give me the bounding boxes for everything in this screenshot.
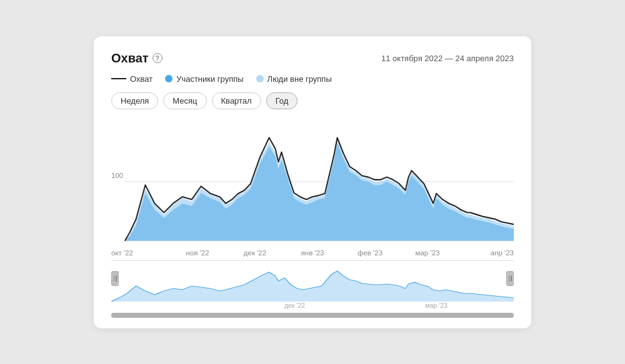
period-buttons: Неделя Месяц Квартал Год: [111, 92, 514, 109]
period-year[interactable]: Год: [266, 92, 298, 109]
y-axis-label-100: 100: [111, 172, 123, 179]
card-header: Охват ? 11 октября 2022 — 24 апреля 2023: [111, 51, 514, 66]
x-label-mar: мар '23: [399, 249, 456, 257]
analytics-card: Охват ? 11 октября 2022 — 24 апреля 2023…: [94, 36, 531, 328]
period-week[interactable]: Неделя: [111, 92, 158, 109]
handle-line: [116, 275, 117, 282]
mini-chart-svg: [111, 267, 514, 302]
mini-label-dec: дек '22: [284, 302, 305, 309]
legend-members-label: Участники группы: [176, 74, 243, 84]
legend-non-members-icon: [256, 75, 264, 82]
legend-row: Охват Участники группы Люди вне группы: [111, 74, 514, 84]
handle-line: [511, 275, 512, 282]
date-range: 11 октября 2022 — 24 апреля 2023: [381, 54, 514, 63]
x-label-dec: дек '22: [226, 249, 284, 257]
scrollbar-thumb[interactable]: [111, 313, 514, 318]
mini-label-mar: мар '23: [425, 302, 448, 309]
x-label-nov: ноя '22: [169, 249, 226, 257]
legend-members: Участники группы: [165, 74, 243, 84]
chart-divider: [111, 260, 514, 261]
help-icon[interactable]: ?: [152, 53, 162, 63]
mini-x-labels: дек '22 мар '23: [111, 302, 514, 310]
legend-non-members-label: Люди вне группы: [268, 74, 332, 84]
x-label-apr: апр '23: [456, 249, 514, 257]
scroll-handle-right[interactable]: [506, 271, 514, 286]
x-label-oct: окт '22: [111, 249, 169, 257]
x-axis-labels: окт '22 ноя '22 дек '22 янв '23 фев '23 …: [111, 247, 514, 257]
x-label-feb: фев '23: [341, 249, 399, 257]
scrollbar-track[interactable]: [111, 313, 514, 318]
handle-line: [509, 275, 510, 282]
card-title-group: Охват ?: [111, 51, 162, 66]
card-title: Охват: [111, 51, 149, 66]
period-quarter[interactable]: Квартал: [212, 92, 261, 109]
scroll-handle-left[interactable]: [111, 271, 119, 286]
legend-reach-label: Охват: [130, 74, 152, 84]
main-chart: 100: [111, 119, 514, 244]
mini-chart: дек '22 мар '23: [111, 267, 514, 311]
main-chart-svg: [111, 119, 514, 244]
svg-marker-4: [111, 271, 514, 302]
legend-reach-icon: [111, 78, 126, 80]
legend-members-icon: [165, 75, 172, 82]
x-label-jan: янв '23: [284, 249, 341, 257]
legend-reach: Охват: [111, 74, 152, 84]
svg-marker-3: [125, 142, 514, 240]
period-month[interactable]: Месяц: [163, 92, 206, 109]
legend-non-members: Люди вне группы: [256, 74, 332, 84]
handle-line: [114, 275, 115, 282]
